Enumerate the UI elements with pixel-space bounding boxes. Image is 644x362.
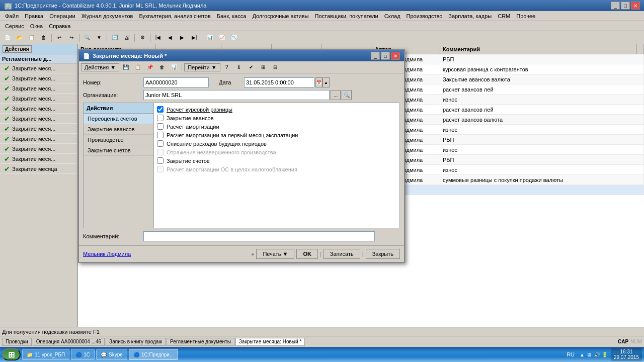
dialog-tb-copy[interactable]: 📋 xyxy=(132,62,143,72)
dialog-close-button[interactable]: ✕ xyxy=(391,52,400,60)
dialog-minimize-button[interactable]: _ xyxy=(371,52,380,60)
menu-payroll[interactable]: Зарплата, кадры xyxy=(445,12,495,20)
tb-extra2[interactable]: 📈 xyxy=(216,33,227,43)
status-tab-0[interactable]: Проводки xyxy=(2,338,32,346)
maximize-button[interactable]: □ xyxy=(621,2,630,10)
tb-delete[interactable]: 🗑 xyxy=(38,33,49,43)
footer-username[interactable]: Мельник Людмила xyxy=(83,251,131,257)
dialog-tb-delete[interactable]: 🗑 xyxy=(156,62,168,72)
tb-undo[interactable]: ↩ xyxy=(54,33,65,43)
taskbar-app-2[interactable]: 💬 Skype xyxy=(96,349,127,360)
left-item-6[interactable]: ✔ Закрытие меся... xyxy=(0,124,77,134)
write-button[interactable]: Записать xyxy=(324,249,360,259)
dialog-actions-btn[interactable]: Действия ▼ xyxy=(81,63,119,71)
left-item-7[interactable]: ✔ Закрытие меся... xyxy=(0,134,77,144)
left-panel-actions-btn[interactable]: Действия xyxy=(3,45,32,53)
status-tab-1[interactable]: Операция АА00000004 ...46 xyxy=(33,338,105,346)
left-item-3[interactable]: ✔ Закрытие меся... xyxy=(0,94,77,104)
tb-last[interactable]: ▶| xyxy=(189,33,200,43)
menu-warehouse[interactable]: Склад xyxy=(381,12,404,20)
org-search-btn[interactable]: 🔍 xyxy=(342,90,352,100)
action-cb-2[interactable] xyxy=(157,123,164,130)
left-item-8[interactable]: ✔ Закрытие меся... xyxy=(0,144,77,154)
org-browse-btn[interactable]: ... xyxy=(331,90,341,100)
left-item-9[interactable]: ✔ Закрытие меся... xyxy=(0,154,77,164)
minimize-button[interactable]: _ xyxy=(611,2,620,10)
tb-extra3[interactable]: 📉 xyxy=(228,33,239,43)
org-input[interactable] xyxy=(143,90,330,100)
tb-search[interactable]: 🔍 xyxy=(82,33,93,43)
menu-bank[interactable]: Банк, касса xyxy=(214,12,250,20)
menu-service[interactable]: Сервис xyxy=(2,22,27,30)
taskbar-app-3[interactable]: 🔵 1С:Предпри... xyxy=(129,349,178,360)
tb-open[interactable]: 📂 xyxy=(14,33,25,43)
tb-first[interactable]: |◀ xyxy=(152,33,164,43)
action-cb-3[interactable] xyxy=(157,132,164,138)
tb-extra1[interactable]: 📊 xyxy=(204,33,215,43)
menu-windows[interactable]: Окна xyxy=(27,22,46,30)
dialog-tb-help[interactable]: ? xyxy=(221,62,232,72)
date-up-btn[interactable]: ▲ xyxy=(323,77,330,87)
close-dialog-button[interactable]: Закрыть xyxy=(366,249,400,259)
sidebar-pereocenka[interactable]: Переоценка счетов xyxy=(84,114,153,124)
left-item-1[interactable]: ✔ Закрытие меся... xyxy=(0,73,77,83)
sidebar-proizv[interactable]: Производство xyxy=(84,135,153,145)
status-tab-2[interactable]: Запись в книгу продаж xyxy=(106,338,166,346)
date-input[interactable] xyxy=(244,77,314,87)
menu-edit[interactable]: Правка xyxy=(22,12,46,20)
close-button[interactable]: ✕ xyxy=(631,2,640,10)
menu-help[interactable]: Справка xyxy=(46,22,73,30)
action-cb-0[interactable] xyxy=(157,106,164,113)
menu-production[interactable]: Производство xyxy=(404,12,446,20)
action-cb-6[interactable] xyxy=(157,157,164,164)
start-button[interactable]: ⊞ xyxy=(2,348,21,360)
dialog-goto-btn[interactable]: Перейти ▼ xyxy=(184,63,220,71)
comment-input[interactable] xyxy=(143,231,375,241)
menu-operations[interactable]: Операции xyxy=(46,12,78,20)
tb-copy[interactable]: 📋 xyxy=(26,33,37,43)
tb-filter[interactable]: ▼ xyxy=(94,33,105,43)
clock[interactable]: 16:31 29.07.2015 xyxy=(611,348,642,361)
menu-other[interactable]: Прочее xyxy=(513,12,538,20)
dialog-tb-table2[interactable]: ⊟ xyxy=(270,62,281,72)
title-bar-controls[interactable]: _ □ ✕ xyxy=(611,2,640,10)
menu-crm[interactable]: CRM xyxy=(495,12,513,20)
print-button[interactable]: Печать ▼ xyxy=(256,249,294,259)
menu-accounting[interactable]: Бухгалтерия, анализ счетов xyxy=(136,12,213,20)
nomer-input[interactable] xyxy=(143,77,209,87)
menu-assets[interactable]: Долгосрочные активы xyxy=(249,12,311,20)
tb-refresh[interactable]: 🔄 xyxy=(109,33,120,43)
date-calendar-btn[interactable]: 📅 xyxy=(315,77,323,87)
action-cb-1[interactable] xyxy=(157,115,164,121)
menu-vendors[interactable]: Поставщики, покупатели xyxy=(312,12,381,20)
dialog-maximize-button[interactable]: □ xyxy=(381,52,390,60)
dialog-title-controls[interactable]: _ □ ✕ xyxy=(371,52,400,60)
left-item-4[interactable]: ✔ Закрытие меся... xyxy=(0,104,77,114)
menu-file[interactable]: Файл xyxy=(2,12,22,20)
ok-button[interactable]: OK xyxy=(296,249,318,259)
dialog-tb-paste[interactable]: 📌 xyxy=(144,62,155,72)
dialog-tb-info[interactable]: ℹ xyxy=(233,62,245,72)
dialog-tb-table1[interactable]: ⊞ xyxy=(258,62,269,72)
status-tab-3[interactable]: Регламентные документы xyxy=(167,338,234,346)
taskbar-app-0[interactable]: 📁 11 урок_РБП xyxy=(22,349,69,360)
status-tab-4[interactable]: Закрытие месяца: Новый * xyxy=(235,338,305,346)
left-item-0[interactable]: ✔ Закрытие меся... xyxy=(0,63,77,73)
left-item-2[interactable]: ✔ Закрытие меся... xyxy=(0,83,77,94)
tb-redo[interactable]: ↪ xyxy=(66,33,77,43)
tb-print[interactable]: 🖨 xyxy=(121,33,132,43)
tb-next[interactable]: ▶ xyxy=(177,33,188,43)
dialog-tb-check[interactable]: ✔ xyxy=(246,62,257,72)
tb-settings[interactable]: ⚙ xyxy=(137,33,148,43)
action-cb-4[interactable] xyxy=(157,140,164,147)
left-item-10[interactable]: ✔ Закрытие месяца xyxy=(0,164,77,174)
tb-new[interactable]: 📄 xyxy=(2,33,13,43)
dialog-tb-save[interactable]: 💾 xyxy=(120,62,131,72)
menu-journal[interactable]: Журнал документов xyxy=(78,12,136,20)
left-item-5[interactable]: ✔ Закрытие меся... xyxy=(0,114,77,124)
tb-prev[interactable]: ◀ xyxy=(165,33,176,43)
taskbar-app-1[interactable]: 🔵 1С xyxy=(71,349,95,360)
date-buttons[interactable]: 📅 ▲ xyxy=(315,77,330,87)
dialog-tb-extra[interactable]: 📊 xyxy=(169,62,180,72)
sidebar-zakr-schetov[interactable]: Закрытие счетов xyxy=(84,145,153,156)
